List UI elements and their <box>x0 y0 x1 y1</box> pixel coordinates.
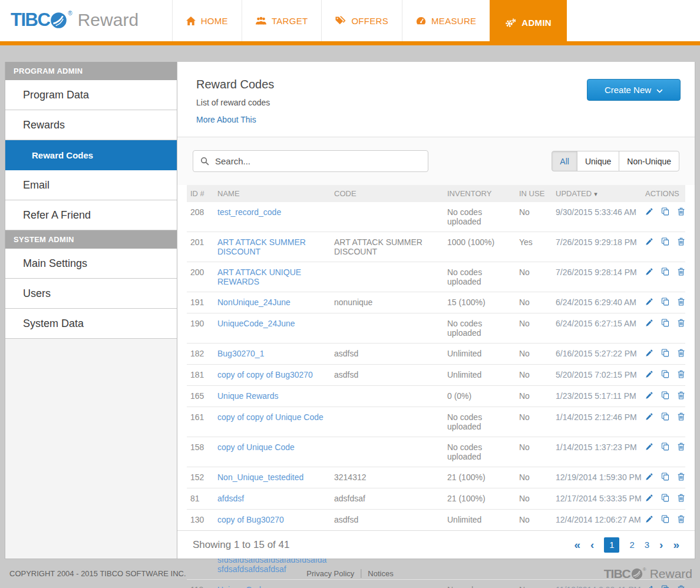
row-name-link[interactable]: Bug30270_1 <box>217 349 264 358</box>
delete-icon[interactable] <box>678 391 685 401</box>
table-row: 190 UniqueCode_24June No codes uploaded … <box>187 313 685 343</box>
copy-icon[interactable] <box>661 494 669 504</box>
table-header-row: ID # NAME CODE INVENTORY IN USE UPDATED▾… <box>187 185 685 202</box>
row-name-link[interactable]: Non_Unique_testedited <box>217 473 303 482</box>
first-page-button[interactable]: « <box>574 539 581 550</box>
copy-icon[interactable] <box>661 349 669 359</box>
tibco-reward-logo[interactable]: TIBC ® Reward <box>11 9 138 31</box>
last-page-button[interactable]: » <box>673 539 679 550</box>
edit-icon[interactable] <box>645 298 653 308</box>
tab-home[interactable]: HOME <box>172 0 242 41</box>
filter-all-button[interactable]: All <box>552 151 577 171</box>
row-name-link[interactable]: copy of copy of Bug30270 <box>217 370 313 379</box>
copy-icon[interactable] <box>661 515 669 525</box>
sidebar-item-system-data[interactable]: System Data <box>5 309 177 339</box>
edit-icon[interactable] <box>645 392 653 401</box>
row-name-link[interactable]: ART ATTACK SUMMER DISCOUNT <box>217 237 306 256</box>
copy-icon[interactable] <box>661 442 669 452</box>
notices-link[interactable]: Notices <box>368 569 393 578</box>
delete-icon[interactable] <box>678 473 685 483</box>
sidebar-item-refer-a-friend[interactable]: Refer A Friend <box>5 200 177 230</box>
edit-icon[interactable] <box>645 208 653 217</box>
edit-icon[interactable] <box>645 371 653 380</box>
copy-icon[interactable] <box>661 319 669 329</box>
copy-icon[interactable] <box>661 370 669 380</box>
row-in-use: No <box>516 407 552 437</box>
copy-icon[interactable] <box>661 391 669 401</box>
filter-unique-button[interactable]: Unique <box>577 151 619 171</box>
delete-icon[interactable] <box>678 442 685 452</box>
row-name-link[interactable]: copy of Unique Code <box>217 442 295 452</box>
row-name-link[interactable]: Unique Rewards <box>217 391 279 401</box>
sidebar-item-main-settings[interactable]: Main Settings <box>5 249 177 279</box>
row-updated: 7/26/2015 9:29:18 PM <box>552 232 642 262</box>
col-header-code[interactable]: CODE <box>331 185 444 202</box>
copy-icon[interactable] <box>661 237 669 247</box>
copy-icon[interactable] <box>661 298 669 308</box>
edit-icon[interactable] <box>645 238 653 247</box>
sidebar-item-program-data[interactable]: Program Data <box>5 80 177 110</box>
edit-icon[interactable] <box>645 443 653 452</box>
tab-measure[interactable]: MEASURE <box>402 0 490 41</box>
delete-icon[interactable] <box>678 515 685 525</box>
edit-icon[interactable] <box>645 268 653 278</box>
sidebar-item-rewards[interactable]: Rewards <box>5 110 177 140</box>
delete-icon[interactable] <box>678 349 685 359</box>
copy-icon[interactable] <box>661 207 669 217</box>
edit-icon[interactable] <box>645 349 653 359</box>
col-header-updated[interactable]: UPDATED▾ <box>552 185 642 202</box>
row-name-link[interactable]: NonUnique_24June <box>217 298 290 307</box>
next-page-button[interactable]: › <box>659 539 663 550</box>
edit-icon[interactable] <box>645 319 653 329</box>
delete-icon[interactable] <box>678 494 685 504</box>
privacy-policy-link[interactable]: Privacy Policy <box>306 569 354 578</box>
row-id: 201 <box>187 232 214 262</box>
delete-icon[interactable] <box>678 207 685 217</box>
tab-admin[interactable]: ADMIN <box>490 0 567 45</box>
row-name-link[interactable]: copy of Bug30270 <box>217 515 284 524</box>
filter-non-unique-button[interactable]: Non-Unique <box>619 151 679 171</box>
row-updated: 12/4/2014 12:06:27 AM <box>552 510 642 531</box>
row-updated: 1/23/2015 5:17:11 PM <box>552 386 642 407</box>
prev-page-button[interactable]: ‹ <box>590 539 594 550</box>
page-3-button[interactable]: 3 <box>645 540 649 550</box>
delete-icon[interactable] <box>678 412 685 422</box>
row-name-link[interactable]: test_record_code <box>217 207 281 217</box>
col-header-inventory[interactable]: INVENTORY <box>444 185 516 202</box>
header-accent-bar <box>0 41 700 45</box>
sidebar-item-users[interactable]: Users <box>5 279 177 309</box>
delete-icon[interactable] <box>678 237 685 247</box>
row-name-link[interactable]: copy of copy of Unique Code <box>217 412 323 422</box>
edit-icon[interactable] <box>645 516 653 525</box>
row-name-link[interactable]: afdsdsf <box>217 494 244 503</box>
page-1-button[interactable]: 1 <box>604 537 619 553</box>
col-header-id[interactable]: ID # <box>187 185 214 202</box>
sidebar-item-email[interactable]: Email <box>5 170 177 200</box>
more-about-this-link[interactable]: More About This <box>196 115 256 124</box>
row-inventory: 21 (100%) <box>444 467 516 488</box>
edit-icon[interactable] <box>645 473 653 483</box>
row-updated: 6/24/2015 6:27:15 AM <box>552 313 642 343</box>
create-new-button[interactable]: Create New <box>587 79 681 101</box>
tab-target[interactable]: TARGET <box>242 0 322 41</box>
tab-offers[interactable]: OFFERS <box>321 0 402 41</box>
edit-icon[interactable] <box>645 413 653 422</box>
gauge-icon <box>416 16 426 25</box>
edit-icon[interactable] <box>645 494 653 504</box>
delete-icon[interactable] <box>678 298 685 308</box>
delete-icon[interactable] <box>678 267 685 278</box>
copy-icon[interactable] <box>661 267 669 278</box>
row-name-link[interactable]: UniqueCode_24June <box>217 319 295 328</box>
col-header-in-use[interactable]: IN USE <box>516 185 552 202</box>
showing-summary: Showing 1 to 15 of 41 <box>193 539 289 551</box>
tab-target-label: TARGET <box>272 16 308 26</box>
row-name-link[interactable]: ART ATTACK UNIQUE REWARDS <box>217 267 301 286</box>
delete-icon[interactable] <box>678 319 685 329</box>
delete-icon[interactable] <box>678 370 685 380</box>
col-header-name[interactable]: NAME <box>214 185 331 202</box>
sidebar-item-reward-codes[interactable]: Reward Codes <box>5 140 177 170</box>
page-2-button[interactable]: 2 <box>629 540 634 550</box>
copy-icon[interactable] <box>661 412 669 422</box>
search-input[interactable] <box>193 150 428 172</box>
copy-icon[interactable] <box>661 473 669 483</box>
